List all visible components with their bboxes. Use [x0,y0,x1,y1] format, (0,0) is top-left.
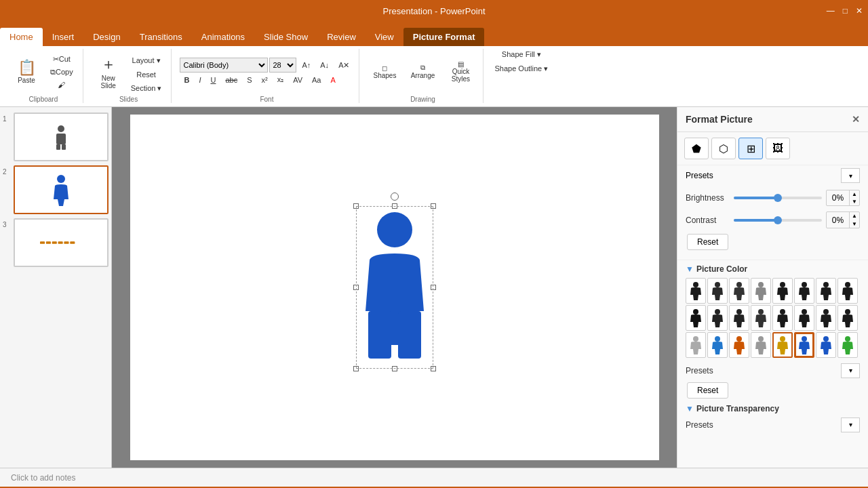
bold-btn[interactable]: B [180,75,193,85]
brightness-slider[interactable] [734,192,822,203]
font-name-select[interactable]: Calibri (Body) [180,58,268,73]
brightness-up[interactable]: ▲ [850,190,859,198]
color-cell-4[interactable] [772,278,793,304]
contrast-thumb[interactable] [774,216,782,224]
contrast-value-box[interactable]: 0% ▲ ▼ [826,211,860,228]
color-cell-8[interactable] [686,305,706,331]
slide-num-3: 3 [3,218,11,228]
color-cell-11[interactable] [751,305,771,331]
selected-figure-container[interactable] [356,206,433,369]
arrange-button[interactable]: ⧉ Arrange [406,52,439,92]
presets-dropdown-1[interactable]: ▾ [841,168,860,183]
tab-review[interactable]: Review [317,28,366,46]
font-color-btn[interactable]: A [327,75,340,85]
canvas-area[interactable] [112,107,677,468]
contrast-slider[interactable] [734,215,822,226]
reset-button[interactable]: Reset [127,69,166,80]
color-cell-18[interactable] [729,332,749,358]
char-spacing-btn[interactable]: AV [289,75,307,85]
contrast-down[interactable]: ▼ [850,220,859,228]
picture-color-header[interactable]: ▼ Picture Color [686,264,860,274]
format-icon-picture[interactable]: 🖼 [766,138,790,159]
strikethrough-btn[interactable]: abc [221,75,241,85]
format-painter-button[interactable]: 🖌 [46,79,77,90]
close-btn[interactable]: ✕ [856,6,863,16]
color-cell-23[interactable] [837,332,858,358]
contrast-up[interactable]: ▲ [850,212,859,220]
color-cell-20[interactable] [772,332,793,358]
shape-fill-button[interactable]: Shape Fill ▾ [490,49,552,60]
color-cell-22[interactable] [816,332,836,358]
slide-img-1[interactable] [14,113,108,161]
tab-animations[interactable]: Animations [192,28,254,46]
font-size-select[interactable]: 28 [269,58,296,73]
tab-design[interactable]: Design [83,28,130,46]
svg-point-26 [780,309,785,314]
superscript-btn[interactable]: x² [258,75,272,85]
transparency-presets-dropdown[interactable]: ▾ [841,418,860,432]
color-cell-5[interactable] [794,278,814,304]
color-cell-12[interactable] [772,305,793,331]
slide-thumb-2[interactable]: 2 [3,165,108,214]
color-cell-2[interactable] [729,278,749,304]
color-cell-17[interactable] [707,332,728,358]
shape-outline-button[interactable]: Shape Outline ▾ [490,63,552,75]
color-cell-19[interactable] [751,332,771,358]
color-cell-0[interactable] [686,278,706,304]
rotate-handle[interactable] [391,192,399,201]
tab-view[interactable]: View [366,28,403,46]
format-icon-layout[interactable]: ⊞ [738,138,763,159]
increase-font-btn[interactable]: A↑ [298,60,315,70]
new-slide-button[interactable]: ＋ NewSlide [92,52,125,92]
tab-slideshow[interactable]: Slide Show [254,28,317,46]
italic-btn[interactable]: I [195,75,205,85]
svg-rect-1 [56,134,66,144]
minimize-btn[interactable]: — [827,6,835,16]
change-case-btn[interactable]: Aa [308,75,325,85]
slide-img-2[interactable] [14,165,108,214]
section-button[interactable]: Section ▾ [127,83,166,94]
underline-btn[interactable]: U [206,75,220,85]
copy-button[interactable]: ⧉ Copy [46,66,77,78]
format-panel-close-icon[interactable]: ✕ [852,114,860,125]
color-cell-13[interactable] [794,305,814,331]
color-cell-14[interactable] [816,305,836,331]
reset-btn-2[interactable]: Reset [687,382,728,399]
quick-styles-button[interactable]: ▤ Quick Styles [443,52,477,92]
format-panel-header: Format Picture ✕ [677,107,868,132]
format-icon-shape[interactable]: ⬟ [684,138,709,159]
decrease-font-btn[interactable]: A↓ [316,60,333,70]
shadow-btn[interactable]: S [243,75,256,85]
picture-transparency-header[interactable]: ▼ Picture Transparency [686,404,860,413]
slide-thumb-1[interactable]: 1 [3,113,108,161]
color-cell-15[interactable] [837,305,858,331]
presets-dropdown-2[interactable]: ▾ [841,363,860,378]
shapes-button[interactable]: ◻ Shapes [368,52,401,92]
color-cell-10[interactable] [729,305,749,331]
color-cell-16[interactable] [686,332,706,358]
tab-insert[interactable]: Insert [43,28,84,46]
notes-area[interactable]: Click to add notes [0,468,868,487]
color-cell-6[interactable] [816,278,836,304]
color-cell-9[interactable] [707,305,728,331]
maximize-btn[interactable]: □ [843,6,848,16]
brightness-down[interactable]: ▼ [850,198,859,205]
paste-button[interactable]: 📋 Paste [9,52,43,92]
color-cell-3[interactable] [751,278,771,304]
color-cell-1[interactable] [707,278,728,304]
clear-format-btn[interactable]: A✕ [334,60,353,71]
reset-btn-1[interactable]: Reset [687,234,728,250]
color-cell-7[interactable] [837,278,858,304]
tab-home[interactable]: Home [0,28,43,46]
tab-picture-format[interactable]: Picture Format [403,28,485,46]
tab-transitions[interactable]: Transitions [130,28,192,46]
slide-thumb-3[interactable]: 3 [3,218,108,267]
color-cell-21-selected[interactable] [794,332,814,358]
brightness-value-box[interactable]: 0% ▲ ▼ [826,190,860,206]
subscript-btn[interactable]: x₂ [273,74,288,85]
cut-button[interactable]: ✂ Cut [46,54,77,65]
layout-button[interactable]: Layout ▾ [127,55,166,66]
brightness-thumb[interactable] [774,194,782,202]
slide-img-3[interactable] [14,218,108,267]
format-icon-effects[interactable]: ⬡ [711,138,736,159]
